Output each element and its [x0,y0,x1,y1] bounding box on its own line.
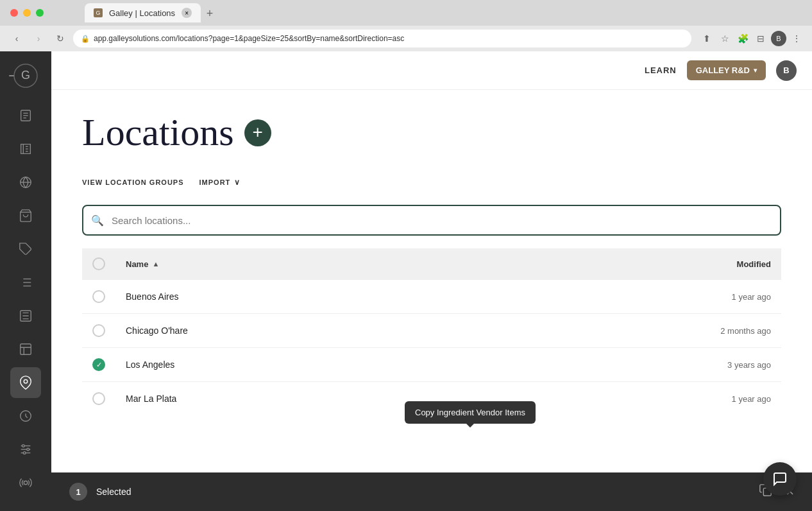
add-location-button[interactable]: + [244,119,271,146]
svg-point-24 [27,448,30,451]
sidebar-item-menus[interactable] [10,300,41,331]
toolbar: VIEW LOCATION GROUPS IMPORT ∨ [82,173,781,192]
tooltip-text: Copy Ingredient Vendor Items [415,408,525,417]
chat-icon [772,471,788,487]
tab-favicon: G [94,8,103,17]
selection-bar: 1 Selected × [51,472,812,511]
app-container: G [0,51,812,511]
share-icon[interactable]: ⬆ [699,31,715,46]
browser-titlebar: G Galley | Locations × + [0,0,812,26]
selection-label: Selected [96,487,131,497]
select-all-checkbox[interactable] [92,257,105,270]
copy-vendor-items-tooltip: Copy Ingredient Vendor Items [405,401,536,424]
modified-col-label: Modified [737,259,771,269]
workspace-chevron-icon: ▾ [754,67,757,74]
nav-back-button[interactable]: ‹ [8,30,26,48]
address-bar: ‹ › ↻ 🔒 app.galleysolutions.com/location… [0,26,812,51]
location-modified-2: 2 months ago [720,326,771,336]
sidebar-item-products[interactable] [10,200,41,231]
page-title: Locations [82,110,234,155]
new-tab-button[interactable]: + [201,4,219,22]
sidebar-item-adjustments[interactable] [10,434,41,465]
sidebar-item-signal[interactable] [10,467,41,498]
signal-icon [19,476,33,490]
view-location-groups-button[interactable]: VIEW LOCATION GROUPS [82,173,184,191]
top-bar: LEARN GALLEY R&D ▾ B [51,51,812,90]
nav-forward-button[interactable]: › [30,30,47,48]
selection-count-badge: 1 [69,483,87,501]
search-input[interactable] [82,205,781,236]
svg-text:G: G [21,69,30,82]
sidebar-toggle-icon[interactable]: ⊟ [753,31,768,46]
menus-icon [19,309,33,323]
add-icon: + [252,123,262,141]
table-body: Buenos Aires 1 year ago Chicago O'hare [82,280,781,416]
sidebar-item-tags[interactable] [10,234,41,264]
reports-icon [19,342,33,356]
table-header: Name ▲ Modified [82,248,781,280]
search-icon: 🔍 [91,214,104,227]
extensions-icon[interactable]: 🧩 [735,31,750,46]
location-modified-3: 3 years ago [727,360,771,370]
sort-arrow-icon: ▲ [152,260,159,268]
sidebar-item-ingredients[interactable] [10,100,41,131]
traffic-light-yellow[interactable] [23,9,31,17]
main-content: LEARN GALLEY R&D ▾ B Locations + VIEW LO… [51,51,812,511]
location-icon [19,376,33,390]
sidebar-item-reports[interactable] [10,334,41,365]
nav-refresh-button[interactable]: ↻ [51,30,69,48]
location-modified-1: 1 year ago [732,292,771,302]
traffic-light-green[interactable] [36,9,44,17]
user-avatar[interactable]: B [776,60,797,81]
row-checkbox-2[interactable] [92,324,105,337]
product-icon [19,209,33,223]
sidebar: G [0,51,51,511]
traffic-light-red[interactable] [10,9,18,17]
dining-icon [19,409,33,423]
location-name-4[interactable]: Mar La Plata [126,394,176,404]
import-label: IMPORT [199,178,231,186]
profile-icon[interactable]: B [771,31,786,46]
row-checkbox-4[interactable] [92,392,105,405]
table-row: Chicago O'hare 2 months ago [82,314,781,348]
sidebar-item-dining[interactable] [10,401,41,431]
row-checkbox-3[interactable]: ✓ [92,358,105,371]
location-modified-4: 1 year ago [732,394,771,404]
import-chevron-icon: ∨ [234,178,241,187]
location-name-2[interactable]: Chicago O'hare [126,325,188,336]
workspace-button[interactable]: GALLEY R&D ▾ [687,60,766,80]
page-header: Locations + [82,110,781,155]
adjustments-icon [19,442,33,456]
name-col-label: Name [126,259,148,269]
row-checkbox-1[interactable] [92,290,105,303]
table-row: Buenos Aires 1 year ago [82,280,781,314]
learn-button[interactable]: LEARN [645,65,677,75]
page-content: Locations + VIEW LOCATION GROUPS IMPORT … [51,90,812,472]
tab-close-button[interactable]: × [182,8,192,18]
sidebar-item-orders[interactable] [10,267,41,298]
table-row: ✓ Los Angeles 3 years ago [82,348,781,382]
browser-tab[interactable]: G Galley | Locations × [85,3,201,22]
sidebar-item-locations[interactable] [10,367,41,398]
svg-rect-17 [21,344,31,355]
name-column-header[interactable]: Name ▲ [126,259,643,269]
ingredient-icon [19,108,33,123]
sidebar-logo[interactable]: G [12,62,40,90]
recipe-icon [19,142,33,156]
address-field[interactable]: 🔒 app.galleysolutions.com/locations?page… [73,30,691,48]
workspace-label: GALLEY R&D [696,65,750,75]
galley-logo-icon: G [13,64,38,88]
location-name-3[interactable]: Los Angeles [126,359,174,370]
import-button[interactable]: IMPORT ∨ [199,173,241,192]
svg-point-18 [24,379,28,383]
location-name-1[interactable]: Buenos Aires [126,291,179,302]
svg-point-25 [23,452,26,455]
sidebar-item-recipes[interactable] [10,134,41,164]
menu-icon[interactable]: ⋮ [789,31,804,46]
chat-button[interactable] [763,462,797,496]
orders-icon [19,275,33,290]
sidebar-item-globe[interactable] [10,167,41,198]
address-bar-icons: ⬆ ☆ 🧩 ⊟ B ⋮ [699,31,804,46]
url-text: app.galleysolutions.com/locations?page=1… [94,34,404,43]
bookmark-icon[interactable]: ☆ [717,31,732,46]
